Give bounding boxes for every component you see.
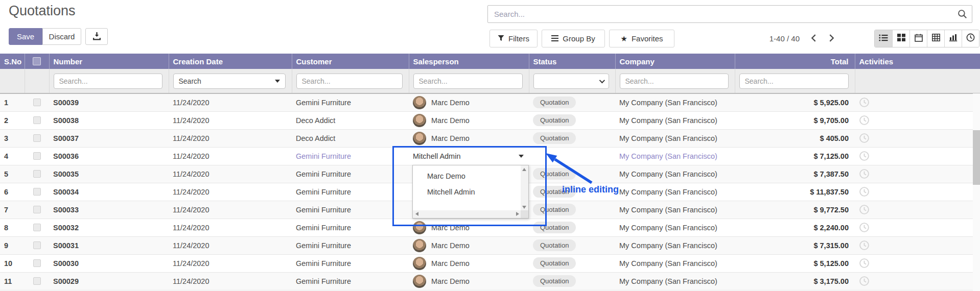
header-status[interactable]: Status xyxy=(529,54,615,69)
cell-creation-date[interactable]: 11/24/2020 xyxy=(169,272,292,290)
view-calendar-button[interactable] xyxy=(909,30,927,47)
cell-checkbox[interactable] xyxy=(25,93,49,111)
view-graph-button[interactable] xyxy=(944,30,962,47)
cell-company[interactable]: My Company (San Francisco) xyxy=(615,147,735,165)
cell-customer[interactable]: Gemini Furniture xyxy=(292,272,409,290)
activity-clock-icon[interactable] xyxy=(859,187,870,195)
pager-next-button[interactable] xyxy=(823,30,839,47)
cell-status[interactable]: Quotation xyxy=(529,93,615,111)
cell-number[interactable]: S00037 xyxy=(49,129,169,147)
cell-status[interactable]: Quotation xyxy=(529,201,615,219)
cell-company[interactable]: My Company (San Francisco) xyxy=(615,219,735,236)
cell-checkbox[interactable] xyxy=(25,183,49,201)
cell-customer[interactable]: Deco Addict xyxy=(292,111,409,129)
filter-company-input[interactable] xyxy=(620,74,729,89)
cell-status[interactable]: Quotation xyxy=(529,236,615,254)
cell-creation-date[interactable]: 11/24/2020 xyxy=(169,129,292,147)
cell-activities[interactable] xyxy=(855,219,980,236)
table-row[interactable]: 1 S00039 11/24/2020 Gemini Furniture Mar… xyxy=(0,93,980,111)
dropdown-option-marc-demo[interactable]: Marc Demo xyxy=(413,168,522,184)
activity-clock-icon[interactable] xyxy=(859,169,870,177)
cell-company[interactable]: My Company (San Francisco) xyxy=(615,272,735,290)
cell-total[interactable]: $ 11,837.50 xyxy=(735,183,855,201)
cell-status[interactable]: Quotation xyxy=(529,272,615,290)
cell-total[interactable]: $ 7,315.00 xyxy=(735,236,855,254)
activity-clock-icon[interactable] xyxy=(859,276,870,284)
table-row[interactable]: 11 S00029 11/24/2020 Gemini Furniture Ma… xyxy=(0,272,980,290)
cell-number[interactable]: S00034 xyxy=(49,183,169,201)
cell-customer[interactable]: Gemini Furniture xyxy=(292,236,409,254)
scroll-down-icon[interactable] xyxy=(522,206,526,209)
cell-checkbox[interactable] xyxy=(25,147,49,165)
filter-total-input[interactable] xyxy=(739,74,849,89)
table-row[interactable]: 8 S00032 11/24/2020 Gemini Furniture Mar… xyxy=(0,219,980,236)
cell-company[interactable]: My Company (San Francisco) xyxy=(615,129,735,147)
row-checkbox[interactable] xyxy=(33,188,41,196)
view-activity-button[interactable] xyxy=(962,30,979,47)
filters-button[interactable]: Filters xyxy=(489,30,538,47)
salesperson-edit-select[interactable]: Mitchell Admin xyxy=(394,148,545,164)
row-checkbox[interactable] xyxy=(33,224,41,231)
cell-checkbox[interactable] xyxy=(25,219,49,236)
cell-company[interactable]: My Company (San Francisco) xyxy=(615,165,735,183)
row-checkbox[interactable] xyxy=(33,170,41,178)
cell-company[interactable]: My Company (San Francisco) xyxy=(615,201,735,219)
filter-customer-input[interactable] xyxy=(296,74,403,89)
view-pivot-button[interactable] xyxy=(927,30,944,47)
header-salesperson[interactable]: Salesperson xyxy=(409,54,529,69)
cell-total[interactable]: $ 7,125.00 xyxy=(735,147,855,165)
cell-creation-date[interactable]: 11/24/2020 xyxy=(169,219,292,236)
cell-creation-date[interactable]: 11/24/2020 xyxy=(169,201,292,219)
cell-customer[interactable]: Gemini Furniture xyxy=(292,93,409,111)
cell-status[interactable]: Quotation xyxy=(529,165,615,183)
scroll-up-icon[interactable] xyxy=(522,168,526,171)
view-list-button[interactable] xyxy=(875,30,892,47)
cell-company[interactable]: My Company (San Francisco) xyxy=(615,183,735,201)
cell-creation-date[interactable]: 11/24/2020 xyxy=(169,254,292,272)
header-creation-date[interactable]: Creation Date xyxy=(169,54,292,69)
cell-status[interactable]: Quotation xyxy=(529,111,615,129)
cell-activities[interactable] xyxy=(855,236,980,254)
dropdown-vertical-scrollbar[interactable] xyxy=(521,165,528,211)
activity-clock-icon[interactable] xyxy=(859,205,870,213)
cell-creation-date[interactable]: 11/24/2020 xyxy=(169,147,292,165)
select-all-checkbox[interactable] xyxy=(33,57,41,65)
header-sno[interactable]: S.No xyxy=(0,54,25,69)
cell-salesperson[interactable]: Marc Demo xyxy=(409,254,529,272)
row-checkbox[interactable] xyxy=(33,277,41,285)
table-row[interactable]: 9 S00031 11/24/2020 Gemini Furniture Mar… xyxy=(0,236,980,254)
cell-customer[interactable]: Gemini Furniture xyxy=(292,219,409,236)
cell-number[interactable]: S00030 xyxy=(49,254,169,272)
activity-clock-icon[interactable] xyxy=(859,115,870,124)
cell-checkbox[interactable] xyxy=(25,129,49,147)
pager-previous-button[interactable] xyxy=(805,30,822,47)
cell-activities[interactable] xyxy=(855,201,980,219)
header-total[interactable]: Total xyxy=(735,54,855,69)
table-row[interactable]: 3 S00037 11/24/2020 Deco Addict Marc Dem… xyxy=(0,129,980,147)
cell-checkbox[interactable] xyxy=(25,272,49,290)
cell-customer[interactable]: Deco Addict xyxy=(292,129,409,147)
row-checkbox[interactable] xyxy=(33,241,41,249)
activity-clock-icon[interactable] xyxy=(859,258,870,266)
cell-activities[interactable] xyxy=(855,183,980,201)
cell-customer[interactable]: Gemini Furniture xyxy=(292,201,409,219)
cell-total[interactable]: $ 7,387.50 xyxy=(735,165,855,183)
export-button[interactable] xyxy=(85,28,108,45)
cell-total[interactable]: $ 5,125.00 xyxy=(735,254,855,272)
cell-total[interactable]: $ 2,240.00 xyxy=(735,219,855,236)
cell-activities[interactable] xyxy=(855,129,980,147)
cell-activities[interactable] xyxy=(855,165,980,183)
vertical-scrollbar-track[interactable] xyxy=(973,93,980,291)
header-customer[interactable]: Customer xyxy=(292,54,409,69)
cell-checkbox[interactable] xyxy=(25,165,49,183)
cell-company[interactable]: My Company (San Francisco) xyxy=(615,254,735,272)
cell-activities[interactable] xyxy=(855,93,980,111)
cell-number[interactable]: S00035 xyxy=(49,165,169,183)
activity-clock-icon[interactable] xyxy=(859,98,870,106)
cell-salesperson[interactable]: Marc Demo xyxy=(409,93,529,111)
scroll-right-icon[interactable] xyxy=(516,212,519,216)
table-row[interactable]: 2 S00038 11/24/2020 Deco Addict Marc Dem… xyxy=(0,111,980,129)
search-input[interactable] xyxy=(487,5,972,23)
row-checkbox[interactable] xyxy=(33,116,41,124)
cell-salesperson[interactable]: Marc Demo xyxy=(409,129,529,147)
